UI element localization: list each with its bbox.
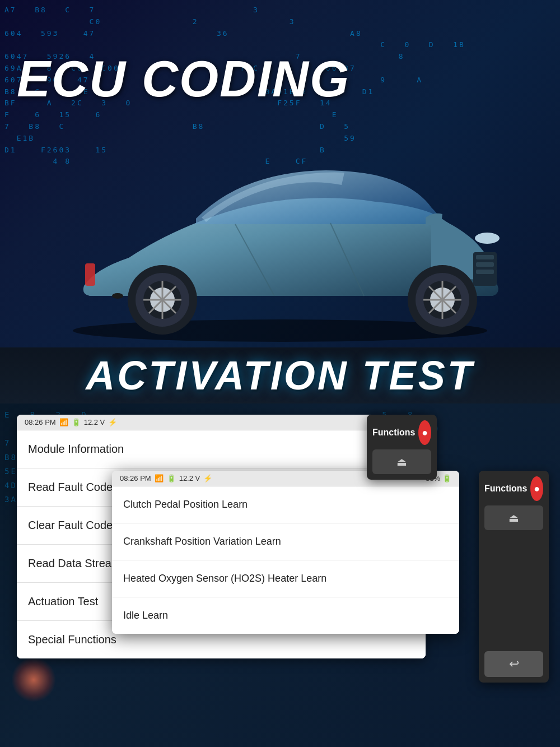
sub-menu-list: Clutch Pedal Position Learn Crankshaft P… bbox=[112, 486, 459, 634]
status-left-1: 08:26 PM 📶 🔋 12.2 V ⚡ bbox=[25, 418, 117, 426]
lens-flare bbox=[11, 657, 56, 702]
menu-item-module-info[interactable]: Module Information bbox=[17, 430, 426, 468]
wifi-icon-2: 📶 bbox=[155, 474, 164, 482]
wifi-icon-1: 📶 bbox=[59, 418, 68, 426]
camera-icon-2: ● bbox=[534, 483, 540, 495]
status-left-2: 08:26 PM 📶 🔋 12.2 V ⚡ bbox=[120, 474, 212, 482]
exit-icon-1: ⏏ bbox=[396, 455, 407, 468]
car-image bbox=[50, 90, 510, 347]
svg-rect-24 bbox=[85, 263, 95, 286]
bottom-area: E B 2 D 5 8 A C 3 F 9 7 4 1 0 6 E bbox=[0, 403, 560, 747]
device-panel-2: 08:26 PM 📶 🔋 12.2 V ⚡ 88% 🔋 Clutch Pedal… bbox=[112, 471, 459, 634]
hero-section: A7 B8 C 7 3 C0 2 3 604 593 47 36 A8 bbox=[0, 0, 560, 347]
time-2: 08:26 PM bbox=[120, 474, 151, 482]
svg-rect-4 bbox=[476, 270, 494, 274]
activation-banner: ACTIVATION TEST bbox=[0, 347, 560, 403]
signal-icon-2: ⚡ bbox=[203, 474, 212, 482]
svg-point-25 bbox=[112, 293, 123, 299]
activation-banner-text: ACTIVATION TEST bbox=[86, 352, 474, 398]
signal-icon-1: ⚡ bbox=[108, 418, 117, 426]
hero-title: ECU CODING bbox=[17, 50, 350, 108]
time-1: 08:26 PM bbox=[25, 418, 56, 426]
svg-rect-2 bbox=[476, 255, 494, 259]
sub-menu-crankshaft[interactable]: Crankshaft Position Variation Learn bbox=[112, 523, 459, 560]
sub-menu-clutch[interactable]: Clutch Pedal Position Learn bbox=[112, 486, 459, 523]
exit-btn-2[interactable]: ⏏ bbox=[484, 505, 543, 530]
voltage-2: 12.2 V bbox=[179, 474, 200, 482]
battery-icon-1: 🔋 bbox=[72, 418, 81, 426]
camera-icon-1: ● bbox=[422, 427, 428, 439]
exit-icon-2: ⏏ bbox=[508, 511, 519, 525]
sub-menu-o2sensor[interactable]: Heated Oxygen Sensor (HO2S) Heater Learn bbox=[112, 560, 459, 597]
back-icon: ↩ bbox=[509, 657, 519, 671]
voltage-1: 12.2 V bbox=[84, 418, 105, 426]
camera-btn-1[interactable]: ● bbox=[418, 420, 431, 445]
sub-menu-idle[interactable]: Idle Learn bbox=[112, 597, 459, 634]
functions-label-2: Functions bbox=[484, 481, 527, 496]
svg-rect-3 bbox=[476, 262, 494, 267]
fn-row-2: Functions ● bbox=[484, 476, 543, 501]
exit-btn-1[interactable]: ⏏ bbox=[372, 449, 431, 474]
functions-panel-1: Functions ● ⏏ bbox=[367, 415, 437, 480]
camera-btn-2[interactable]: ● bbox=[530, 476, 543, 501]
fn-row-1: Functions ● bbox=[372, 420, 431, 445]
functions-label-1: Functions bbox=[372, 425, 415, 440]
back-btn[interactable]: ↩ bbox=[484, 651, 543, 677]
svg-point-5 bbox=[475, 233, 500, 244]
battery-icon-2: 🔋 bbox=[167, 474, 176, 482]
status-bar-1: 08:26 PM 📶 🔋 12.2 V ⚡ 88% 🔋 bbox=[17, 415, 426, 430]
battery-bar-2: 🔋 bbox=[442, 474, 451, 482]
functions-panel-2: Functions ● ⏏ ↩ bbox=[479, 471, 549, 683]
